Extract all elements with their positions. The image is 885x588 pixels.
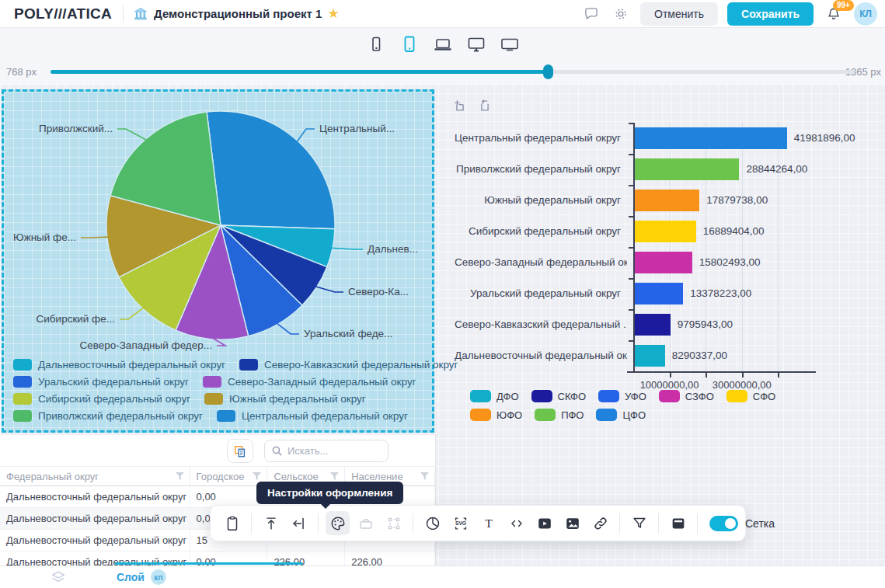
pie-legend-item[interactable]: Центральный федеральный округ [217,410,408,422]
bar-chart-row: Южный федеральный округ17879738,00 [455,185,835,216]
pie-legend-item[interactable]: Северо-Западный федеральный округ [203,376,416,388]
settings-gear-icon[interactable] [611,4,631,24]
column-filter-icon[interactable] [175,471,185,482]
column-header-label: Население [351,471,402,482]
pie-slice-label: Приволжский... [39,123,113,134]
insert-image-icon[interactable] [560,511,584,535]
bar-category-label: Южный федеральный округ [455,185,627,216]
bar-chart-row: Дальневосточный федеральный ок...8290337… [455,340,835,371]
legend-label: СКФО [558,391,587,402]
layer-tab[interactable]: Слой кл [117,569,166,585]
insert-code-icon[interactable] [504,511,528,535]
bar[interactable] [635,221,696,242]
bar-legend-item[interactable]: ПФО [535,409,584,421]
dashboard-canvas[interactable]: Центральный...Дальнев...Северо-Ка...Урал… [0,84,885,565]
pie-legend-item[interactable]: Сибирский федеральный округ [13,393,190,405]
bar[interactable] [635,314,671,336]
device-monitor-icon[interactable] [498,33,521,56]
table-toolbar [0,435,435,466]
bar[interactable] [635,190,699,211]
pie-legend-item[interactable]: Уральский федеральный округ [13,376,189,388]
device-laptop-icon[interactable] [431,33,455,56]
insert-pie-chart-icon[interactable] [420,511,444,535]
bar[interactable] [635,158,739,180]
pie-legend-row: Уральский федеральный округСеверо-Западн… [13,376,458,388]
filter-icon[interactable] [627,511,651,535]
search-input[interactable] [287,445,382,457]
bar[interactable] [635,252,692,273]
x-axis-tick [706,373,707,378]
cancel-button[interactable]: Отменить [640,2,718,26]
legend-swatch [535,409,556,421]
pie-legend-item[interactable]: Дальневосточный федеральный округ [13,359,225,371]
notifications-bell-icon[interactable]: 99+ [823,3,845,25]
pie-slice-label: Уральский феде... [304,328,392,339]
device-phone-icon[interactable] [364,33,388,56]
bar-chart-row: Сибирский федеральный округ16889404,00 [455,216,835,247]
width-slider-handle[interactable] [543,64,553,79]
bar-legend-item[interactable]: ДФО [470,390,519,402]
insert-svg-icon[interactable]: SVG [448,511,472,535]
bar-legend-item[interactable]: СКФО [531,390,587,402]
width-slider-track[interactable] [51,70,855,74]
copy-table-icon[interactable] [227,439,253,463]
search-icon [271,445,283,457]
pie-chart-widget[interactable]: Центральный...Дальнев...Северо-Ка...Урал… [2,89,434,433]
bar-chart-y-axis [633,123,635,371]
legend-swatch [726,390,747,402]
insert-link-icon[interactable] [588,511,612,535]
legend-label: Южный федеральный округ [229,393,366,405]
column-filter-icon[interactable] [329,471,340,482]
bar-legend-item[interactable]: ЦФО [596,409,646,421]
selection-frame-icon[interactable] [382,511,406,535]
table-column-header[interactable]: Федеральный округ [0,467,190,485]
pie-legend-item[interactable]: Северо-Кавказский федеральный округ [239,359,458,371]
comments-icon[interactable] [581,4,601,24]
favorite-star-icon[interactable]: ★ [327,7,339,20]
bar-legend-item[interactable]: УФО [598,390,646,402]
export-up-icon[interactable] [259,511,283,535]
bar-chart[interactable]: Центральный федеральный округ41981896,00… [455,117,835,435]
container-box-icon[interactable] [354,511,378,535]
appearance-settings-palette-icon[interactable] [326,511,350,535]
collapse-left-icon[interactable] [287,511,311,535]
bar[interactable] [635,127,787,149]
undo-step-icon[interactable] [476,97,493,114]
grid-toggle-knob [725,518,736,529]
table-column-header[interactable]: Городское [190,467,268,485]
bar-legend-item[interactable]: СЗФО [659,390,714,402]
column-filter-icon[interactable] [420,471,430,482]
device-desktop-icon[interactable] [465,33,488,56]
bar-chart-row: Центральный федеральный округ41981896,00 [455,123,835,154]
add-frame-icon[interactable] [451,97,469,114]
pie-slice[interactable] [207,111,335,229]
grid-toggle[interactable] [709,516,738,531]
insert-text-icon[interactable]: T [476,511,500,535]
save-button[interactable]: Сохранить [727,2,814,26]
slider-min-label: 768 px [6,66,37,78]
legend-label: ДФО [497,391,519,402]
pie-label-leader [81,237,109,238]
toolbar-separator [619,513,620,534]
legend-label: СЗФО [685,391,714,402]
bar[interactable] [635,283,683,304]
pie-legend-item[interactable]: Приволжский федеральный округ [13,410,203,422]
legend-swatch [13,393,32,405]
app-logo: POLY///ATICA [8,5,123,23]
pie-chart[interactable]: Центральный...Дальнев...Северо-Ка...Урал… [4,92,432,356]
bar-legend-item[interactable]: ЮФО [470,409,522,421]
device-tablet-icon[interactable] [398,33,421,56]
bar-legend-item[interactable]: СФО [726,390,775,402]
bar-chart-x-axis [627,371,816,373]
layers-icon[interactable] [48,567,68,587]
grid-toggle-wrap: Сетка [709,516,775,531]
table-horizontal-scrollbar[interactable] [115,562,303,565]
user-avatar[interactable]: КЛ [854,2,877,26]
clipboard-paste-icon[interactable] [220,511,244,535]
panel-layout-icon[interactable] [666,511,690,535]
column-filter-icon[interactable] [252,471,262,482]
pie-legend-item[interactable]: Южный федеральный округ [204,393,366,405]
insert-video-icon[interactable] [532,511,556,535]
bar[interactable] [635,345,665,367]
toolbar-separator [658,513,659,534]
